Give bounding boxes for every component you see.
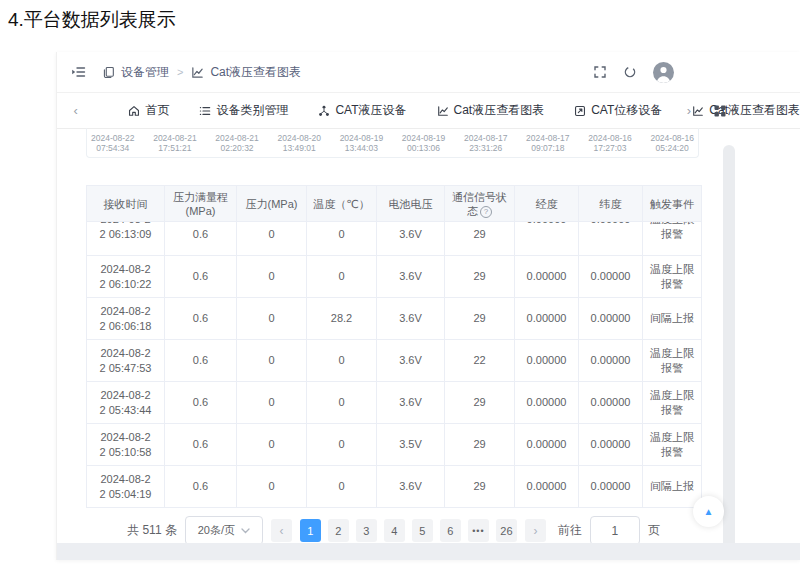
column-header: 电池电压 — [377, 186, 445, 222]
list-icon — [199, 105, 211, 117]
table-cell: 0.00000 — [515, 424, 579, 466]
table-cell: 2024-08-2 2 05:04:19 — [87, 466, 165, 508]
table-cell: 0 — [237, 340, 307, 382]
page-jumper-input[interactable] — [590, 516, 640, 545]
cell-text: 0.6 — [167, 227, 234, 242]
x-axis-label: 2024-08-1617:27:03 — [588, 133, 631, 153]
tab-cat-displacement-device[interactable]: CAT位移设备 — [574, 102, 662, 119]
grid-icon[interactable] — [714, 105, 726, 117]
table-cell: 0.00000 — [579, 382, 643, 424]
table-cell: 0.00000 — [515, 382, 579, 424]
cell-text: 间隔上报 — [645, 479, 699, 494]
cell-text: 2024-08-2 2 05:43:44 — [89, 388, 162, 418]
page-button-2[interactable]: 2 — [328, 519, 349, 542]
table-cell: 0.00000 — [579, 256, 643, 298]
table-cell: 0.6 — [165, 466, 237, 508]
chevron-down-icon — [241, 528, 250, 534]
app-screenshot-panel: 设备管理 > Cat液压查看图表 ‹ 首页设备类别管理CAT液压设备Cat液压查… — [56, 52, 800, 560]
breadcrumb: 设备管理 > Cat液压查看图表 — [102, 64, 301, 81]
breadcrumb-item-device-management[interactable]: 设备管理 — [121, 64, 169, 81]
table-cell: 29 — [445, 298, 515, 340]
refresh-icon[interactable] — [623, 65, 637, 79]
table-cell: 温度上限报警 — [643, 256, 702, 298]
back-to-top-button[interactable]: ▲ — [693, 496, 724, 527]
cell-text: 3.6V — [379, 395, 442, 410]
cell-text: 0.00000 — [517, 269, 576, 284]
table-cell: 2024-08-2 2 06:13:09 — [87, 222, 165, 256]
page-button-1[interactable]: 1 — [300, 519, 321, 542]
table-cell: 0.00000 — [579, 222, 643, 256]
page-button-3[interactable]: 3 — [356, 519, 377, 542]
table-cell: 0 — [237, 382, 307, 424]
tabs-scroll-left-icon[interactable]: ‹ — [69, 103, 82, 118]
page-button-4[interactable]: 4 — [384, 519, 405, 542]
cell-text: 0.00000 — [581, 353, 640, 368]
x-axis-label: 2024-08-2117:51:21 — [153, 133, 196, 153]
tab-cat-hydraulic-chart[interactable]: Cat液压查看图表 — [437, 102, 545, 119]
table-cell: 2024-08-2 2 06:10:22 — [87, 256, 165, 298]
cell-text: 3.6V — [379, 479, 442, 494]
table-cell: 0 — [307, 340, 377, 382]
table-cell: 3.5V — [377, 424, 445, 466]
cell-text: 2024-08-2 2 06:10:22 — [89, 262, 162, 292]
table-cell: 3.6V — [377, 222, 445, 256]
info-circle-icon[interactable]: ? — [480, 206, 492, 218]
page-button-5[interactable]: 5 — [412, 519, 433, 542]
tab-device-category-management[interactable]: 设备类别管理 — [199, 102, 288, 119]
table-row: 2024-08-2 2 06:13:090.6003.6V290.000000.… — [87, 222, 702, 256]
table-cell: 0 — [307, 222, 377, 256]
cell-text: 29 — [447, 311, 512, 326]
cell-text: 温度上限报警 — [645, 262, 699, 292]
table-cell: 温度上限报警 — [643, 340, 702, 382]
table-cell: 0.6 — [165, 222, 237, 256]
pagination: 共 511 条 20条/页 ‹ 123456•••26 › 前往 页 — [86, 516, 701, 545]
table-cell: 22 — [445, 340, 515, 382]
table-cell: 2024-08-2 2 05:10:58 — [87, 424, 165, 466]
table-cell: 2024-08-2 2 06:06:18 — [87, 298, 165, 340]
table-cell: 温度上限报警 — [643, 382, 702, 424]
table-cell: 2024-08-2 2 05:43:44 — [87, 382, 165, 424]
table-cell: 0 — [307, 256, 377, 298]
table-cell: 0.6 — [165, 256, 237, 298]
table-cell: 3.6V — [377, 382, 445, 424]
cell-text: 0 — [239, 227, 304, 242]
tab-home[interactable]: 首页 — [128, 102, 169, 119]
cell-text: 0.00000 — [517, 222, 576, 228]
x-axis-label: 2024-08-2013:49:01 — [277, 133, 320, 153]
cell-text: 0.00000 — [581, 479, 640, 494]
chart-x-axis: 2024-08-2207:54:342024-08-2117:51:212024… — [86, 128, 699, 158]
cell-text: 2024-08-2 2 05:04:19 — [89, 472, 162, 502]
page-button-26[interactable]: 26 — [496, 519, 517, 542]
cell-text: 2024-08-2 2 05:47:53 — [89, 346, 162, 376]
frame-arrow-icon — [574, 105, 586, 117]
page-button-6[interactable]: 6 — [440, 519, 461, 542]
table-cell: 温度上限报警 — [643, 424, 702, 466]
collapse-menu-icon[interactable] — [71, 65, 86, 79]
vertical-scrollbar[interactable] — [723, 145, 735, 557]
table-cell: 29 — [445, 222, 515, 256]
tabs-scroll-right-icon[interactable]: › — [682, 103, 696, 118]
tab-cat-hydraulic-device[interactable]: CAT液压设备 — [318, 102, 406, 119]
table-cell: 29 — [445, 382, 515, 424]
next-page-button[interactable]: › — [525, 519, 546, 542]
table-cell: 3.6V — [377, 256, 445, 298]
table-row: 2024-08-2 2 05:04:190.6003.6V290.000000.… — [87, 466, 702, 508]
tab-bar: ‹ 首页设备类别管理CAT液压设备Cat液压查看图表CAT位移设备Cat液压查看… — [57, 93, 800, 129]
avatar[interactable] — [653, 62, 674, 83]
table-cell: 间隔上报 — [643, 298, 702, 340]
fullscreen-icon[interactable] — [593, 65, 607, 79]
column-header: 接收时间 — [87, 186, 165, 222]
breadcrumb-item-current: Cat液压查看图表 — [210, 64, 301, 81]
cell-text: 0.6 — [167, 437, 234, 452]
column-header: 触发事件 — [643, 186, 702, 222]
cell-text: 29 — [447, 227, 512, 242]
cell-text: 29 — [447, 437, 512, 452]
more-pages-button[interactable]: ••• — [468, 519, 489, 542]
table-cell: 0.00000 — [579, 466, 643, 508]
cell-text: 0 — [239, 353, 304, 368]
cell-text: 0.00000 — [517, 311, 576, 326]
table-cell: 3.6V — [377, 466, 445, 508]
page-size-select[interactable]: 20条/页 — [185, 516, 263, 545]
cell-text: 3.5V — [379, 437, 442, 452]
prev-page-button[interactable]: ‹ — [271, 519, 292, 542]
